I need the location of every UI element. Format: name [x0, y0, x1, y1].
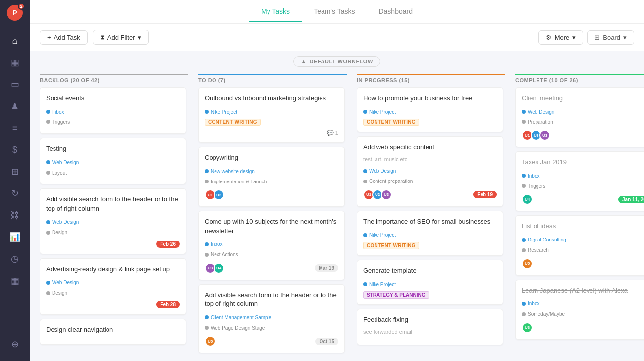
column-complete: COMPLETE (10 of 26)Client meeting Web De…	[515, 74, 644, 356]
tag-label: Client Management Sample	[211, 315, 271, 320]
table-row[interactable]: Come up with 10 subjects for the next mo…	[198, 211, 345, 280]
card-title: Outbound vs Inbound marketing strategies	[205, 94, 338, 103]
avatar: U3	[381, 189, 392, 200]
due-date-badge: Feb 26	[156, 241, 180, 248]
table-row[interactable]: Add web specific contenttest, art, music…	[357, 136, 503, 206]
avatar-group: U1U2U3	[522, 130, 548, 141]
tag-label: Nike Project	[369, 109, 396, 115]
table-row[interactable]: Advertising-ready design & link page set…	[40, 258, 186, 315]
tag-label: Web Design	[52, 219, 79, 225]
avatar: U6	[522, 322, 533, 333]
table-row[interactable]: How to promote your business for free Ni…	[357, 87, 503, 132]
card-footer: U1U2	[205, 189, 338, 200]
tag-label: Implementation & Launch	[211, 179, 267, 184]
sidebar-item-clock[interactable]: ◷	[5, 249, 25, 269]
tag-label: Layout	[52, 170, 67, 176]
sidebar-item-link[interactable]: ⛓	[5, 205, 25, 225]
table-row[interactable]: Testing Web Design Layout	[40, 138, 186, 184]
tag-label: Nike Project	[211, 109, 237, 115]
sidebar-item-user[interactable]: ♟	[5, 96, 25, 116]
table-row[interactable]: Design clear navigation	[40, 319, 186, 345]
card-footer: U5	[522, 258, 644, 269]
column-backlog: BACKLOG (20 of 42)Social events Inbox Tr…	[40, 74, 188, 356]
sidebar-item-bar-chart[interactable]: 📊	[5, 227, 25, 247]
column-cards-inprogress: How to promote your business for free Ni…	[357, 87, 505, 356]
card-title: Add web specific content	[363, 143, 497, 152]
sidebar-item-dollar[interactable]: $	[5, 140, 25, 160]
card-footer: Feb 28	[46, 301, 180, 308]
more-button[interactable]: ⚙ More ▾	[538, 30, 584, 45]
due-date-badge: Feb 28	[156, 301, 180, 308]
tag-label: Digital Consulting	[528, 237, 566, 242]
tab-teams-tasks[interactable]: Team's Tasks	[302, 1, 367, 22]
sidebar-item-add[interactable]: ⊕	[5, 334, 25, 354]
tag-label: Inbox	[211, 241, 222, 247]
column-todo: TO DO (7)Outbound vs Inbound marketing s…	[198, 74, 347, 356]
tag-label: Someday/Maybe	[528, 311, 565, 317]
avatar: U4	[522, 194, 533, 205]
tag-label: Design	[52, 290, 67, 296]
sidebar-item-home[interactable]: ⌂	[5, 31, 25, 51]
card-title: Copywriting	[205, 153, 338, 162]
table-row[interactable]: Add visible search form to the header or…	[198, 284, 345, 353]
table-row[interactable]: Taxes Jan 2019 Inbox Triggers U4Jan 11, …	[515, 151, 644, 211]
sidebar-item-chart[interactable]: ▦	[5, 53, 25, 72]
card-title: Feedback fixing	[363, 315, 497, 324]
card-footer: U1U2U3	[522, 130, 644, 141]
table-row[interactable]: Generate template Nike Project STRATEGY …	[357, 260, 503, 305]
card-title: Come up with 10 subjects for the next mo…	[205, 217, 338, 235]
tab-dashboard[interactable]: Dashboard	[367, 1, 425, 22]
tag-label: Design	[52, 230, 67, 235]
table-row[interactable]: The importance of SEO for small business…	[357, 211, 503, 256]
status-badge: CONTENT WRITING	[363, 119, 419, 126]
tab-my-tasks[interactable]: My Tasks	[249, 1, 302, 22]
tag-label: Web Page Design Stage	[211, 325, 265, 331]
board-view-button[interactable]: ⊞ Board ▾	[587, 30, 634, 45]
table-row[interactable]: List of ideas Digital Consulting Researc…	[515, 215, 644, 275]
tag-label: Next Actions	[211, 252, 238, 257]
avatar: U2	[214, 189, 224, 200]
plus-icon: +	[47, 34, 51, 41]
card-title: Learn Japanese (A2 level) with Alexa	[522, 286, 644, 295]
add-filter-button[interactable]: ⧗ Add Filter ▾	[93, 30, 149, 45]
status-badge: CONTENT WRITING	[363, 242, 419, 249]
tag-label: New website design	[211, 169, 255, 174]
sidebar-item-table[interactable]: ⊞	[5, 162, 25, 181]
due-date-badge: Oct 15	[315, 338, 338, 345]
tag-label: Nike Project	[369, 232, 396, 238]
column-cards-complete: Client meeting Web Design Preparation U1…	[515, 87, 644, 356]
table-row[interactable]: Feedback fixingsee forwarded email	[357, 309, 503, 345]
add-task-button[interactable]: + Add Task	[40, 30, 88, 45]
chevron-down-icon-more: ▾	[572, 34, 576, 41]
avatar-group: U6	[522, 322, 531, 333]
table-row[interactable]: Add visible search form to the header or…	[40, 188, 186, 254]
tag-label: Content preparation	[369, 179, 413, 184]
card-footer: U6	[522, 322, 644, 333]
tag-label: Inbox	[528, 173, 539, 179]
table-row[interactable]: Learn Japanese (A2 level) with Alexa Inb…	[515, 280, 644, 340]
sidebar-item-folder[interactable]: ▭	[5, 74, 25, 94]
app-logo[interactable]: P 2	[7, 5, 23, 21]
notification-badge: 2	[18, 3, 25, 10]
table-row[interactable]: Social events Inbox Triggers	[40, 87, 186, 134]
table-row[interactable]: Outbound vs Inbound marketing strategies…	[198, 87, 345, 143]
status-badge: CONTENT WRITING	[205, 119, 261, 126]
board: BACKLOG (20 of 42)Social events Inbox Tr…	[30, 69, 644, 361]
tag-label: Nike Project	[369, 282, 396, 287]
sidebar-item-list[interactable]: ≡	[5, 118, 25, 138]
workflow-badge[interactable]: ▲ DEFAULT WORKFLOW	[293, 56, 380, 67]
chevron-up-icon: ▲	[301, 59, 306, 64]
column-header-backlog: BACKLOG (20 of 42)	[40, 74, 188, 87]
nav-tabs: My Tasks Team's Tasks Dashboard	[249, 1, 425, 22]
card-title: Testing	[46, 144, 180, 153]
card-subtitle: see forwarded email	[363, 328, 497, 335]
card-title: Advertising-ready design & link page set…	[46, 265, 180, 274]
column-inprogress: IN PROGRESS (15)How to promote your busi…	[357, 74, 505, 356]
sidebar-item-calendar[interactable]: ▦	[5, 271, 25, 291]
table-row[interactable]: Copywriting New website design Implement…	[198, 147, 345, 207]
column-cards-todo: Outbound vs Inbound marketing strategies…	[198, 87, 347, 356]
avatar-group: U5	[522, 258, 531, 269]
card-title: Add visible search form to the header or…	[205, 291, 338, 308]
table-row[interactable]: Client meeting Web Design Preparation U1…	[515, 87, 644, 147]
sidebar-item-refresh[interactable]: ↻	[5, 183, 25, 203]
